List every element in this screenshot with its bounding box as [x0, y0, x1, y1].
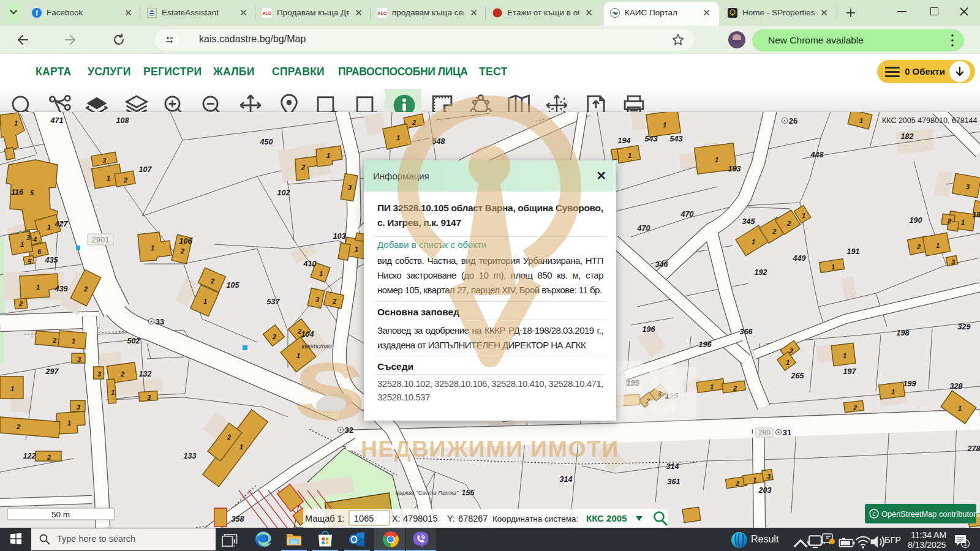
svg-text:329: 329 [958, 323, 971, 331]
svg-text:ККС 2005 4798010, 678144: ККС 2005 4798010, 678144 [882, 116, 978, 125]
svg-text:3: 3 [102, 157, 106, 164]
svg-text:1: 1 [107, 174, 110, 182]
svg-text:314: 314 [666, 462, 679, 471]
svg-text:2: 2 [733, 384, 737, 392]
svg-text:196: 196 [699, 340, 712, 349]
svg-text:3: 3 [966, 183, 970, 190]
svg-text:Мащаб 1:: Мащаб 1: [305, 514, 345, 523]
svg-text:3: 3 [348, 184, 352, 191]
svg-text:678267: 678267 [458, 514, 488, 523]
svg-text:18: 18 [972, 211, 980, 219]
svg-text:1: 1 [663, 121, 666, 129]
svg-text:427: 427 [55, 220, 69, 228]
svg-text:ККС 2005: ККС 2005 [586, 513, 627, 523]
svg-text:108: 108 [116, 116, 129, 125]
svg-text:1: 1 [203, 298, 207, 305]
svg-text:3: 3 [951, 258, 955, 266]
svg-text:1: 1 [67, 419, 71, 427]
svg-text:2: 2 [772, 228, 776, 235]
svg-text:2901: 2901 [92, 235, 110, 244]
svg-text:449: 449 [793, 254, 806, 263]
svg-text:194: 194 [618, 137, 631, 145]
svg-text:3: 3 [26, 234, 30, 241]
svg-text:345: 345 [742, 217, 756, 226]
svg-text:ALO: ALO [263, 11, 272, 15]
svg-text:3: 3 [77, 356, 81, 363]
svg-text:1: 1 [36, 283, 40, 291]
svg-text:1: 1 [47, 223, 51, 231]
svg-text:3: 3 [315, 296, 319, 303]
svg-text:543: 543 [645, 135, 658, 143]
svg-text:3: 3 [77, 403, 80, 411]
svg-text:470: 470 [680, 210, 694, 219]
svg-text:1: 1 [396, 134, 400, 141]
svg-text:2: 2 [180, 247, 184, 255]
svg-text:6: 6 [37, 248, 42, 255]
svg-text:1: 1 [111, 389, 115, 396]
svg-text:471: 471 [50, 116, 64, 125]
svg-text:1: 1 [786, 359, 790, 366]
svg-text:155: 155 [462, 489, 475, 497]
svg-text:2: 2 [853, 404, 857, 411]
svg-text:c: c [873, 511, 876, 517]
svg-text:361: 361 [668, 478, 680, 486]
svg-text:1: 1 [963, 541, 967, 547]
svg-text:2: 2 [947, 217, 951, 225]
svg-text:3: 3 [767, 473, 771, 480]
svg-text:2: 2 [735, 480, 739, 487]
svg-text:Y:: Y: [447, 514, 455, 523]
svg-text:278: 278 [967, 444, 980, 453]
svg-text:1: 1 [961, 219, 965, 226]
svg-text:1: 1 [891, 388, 895, 395]
svg-text:543: 543 [670, 135, 683, 143]
svg-text:5: 5 [30, 189, 34, 197]
svg-text:1: 1 [831, 263, 835, 271]
svg-text:107: 107 [139, 165, 153, 174]
svg-text:410: 410 [303, 260, 317, 268]
svg-text:191: 191 [847, 247, 860, 256]
svg-text:265: 265 [791, 372, 805, 380]
svg-text:104: 104 [301, 330, 314, 339]
svg-text:548: 548 [432, 137, 445, 146]
svg-text:33: 33 [156, 317, 164, 326]
svg-text:133: 133 [184, 452, 197, 460]
svg-text:197: 197 [843, 367, 857, 376]
svg-text:26: 26 [789, 116, 797, 126]
svg-text:OpenStreetMap contributors.: OpenStreetMap contributors. [881, 509, 980, 519]
svg-text:2: 2 [272, 333, 276, 340]
svg-text:203: 203 [758, 486, 772, 495]
svg-text:193: 193 [728, 165, 741, 173]
svg-text:Координатна система:: Координатна система: [492, 514, 578, 523]
svg-text:2: 2 [412, 119, 416, 126]
svg-text:1: 1 [319, 270, 323, 277]
svg-text:църква "Света Петка": църква "Света Петка" [396, 489, 459, 496]
svg-text:122: 122 [23, 452, 36, 460]
svg-text:2: 2 [123, 176, 127, 184]
svg-text:2: 2 [332, 298, 336, 305]
svg-text:1: 1 [239, 443, 243, 451]
svg-text:196: 196 [643, 325, 656, 334]
svg-text:50 m: 50 m [51, 510, 70, 519]
svg-text:ALO: ALO [378, 11, 387, 15]
svg-text:198: 198 [897, 329, 910, 337]
svg-text:1: 1 [715, 156, 718, 163]
svg-text:1: 1 [753, 476, 756, 484]
svg-text:2: 2 [52, 337, 56, 344]
svg-text:450: 450 [260, 138, 273, 146]
svg-text:5: 5 [28, 258, 32, 265]
svg-text:2: 2 [227, 433, 231, 441]
svg-text:328: 328 [950, 382, 963, 391]
svg-text:2: 2 [301, 163, 305, 171]
svg-text:4: 4 [32, 236, 37, 243]
svg-text:116: 116 [11, 188, 24, 197]
svg-text:1: 1 [151, 244, 154, 252]
svg-text:2: 2 [47, 454, 51, 461]
svg-text:1: 1 [628, 152, 631, 159]
svg-text:1: 1 [20, 241, 24, 248]
svg-text:314: 314 [560, 475, 573, 484]
svg-text:3: 3 [147, 394, 151, 401]
svg-text:1: 1 [859, 117, 863, 124]
svg-text:199: 199 [903, 380, 916, 388]
svg-text:103: 103 [333, 232, 346, 241]
svg-text:ES: ES [613, 343, 679, 432]
